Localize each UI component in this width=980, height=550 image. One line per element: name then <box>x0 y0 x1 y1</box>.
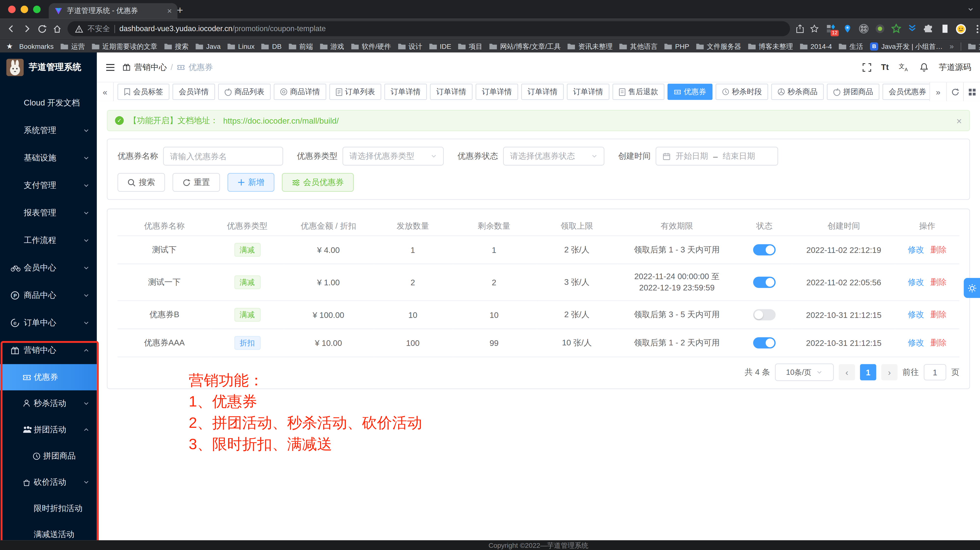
extension-icon[interactable]: 12 <box>826 23 836 34</box>
delete-link[interactable]: 删除 <box>931 245 947 254</box>
create-time-range-picker[interactable]: 开始日期 – 结束日期 <box>656 147 778 165</box>
sidebar-item-full-reduction[interactable]: 满减送活动 <box>0 521 97 540</box>
tab-order-detail[interactable]: 订单详情 <box>567 84 609 100</box>
collapse-sidebar-button[interactable] <box>105 63 115 71</box>
bookmark-folder[interactable]: 博客未整理 <box>748 41 793 51</box>
tab-order-detail[interactable]: 订单详情 <box>521 84 564 100</box>
sidebar-item-seckill[interactable]: 秒杀活动 <box>0 390 97 417</box>
edit-link[interactable]: 修改 <box>908 245 924 254</box>
sidebar-item-product-center[interactable]: P商品中心 <box>0 282 97 309</box>
sidebar-item-coupon[interactable]: 优惠券 <box>0 364 97 390</box>
sidebar-item-system[interactable]: 系统管理 <box>0 117 97 144</box>
edit-link[interactable]: 修改 <box>908 310 924 319</box>
language-icon[interactable]: 文A <box>899 63 909 72</box>
sidebar-item-time-discount[interactable]: 限时折扣活动 <box>0 495 97 521</box>
bookmark-folder[interactable]: 文件服务器 <box>696 41 741 51</box>
bookmark-folder[interactable]: 游戏 <box>320 41 344 51</box>
settings-fab[interactable] <box>964 278 980 298</box>
sidebar-item-workflow[interactable]: 工作流程 <box>0 227 97 254</box>
close-tab-icon[interactable] <box>167 6 172 16</box>
extension-icon[interactable] <box>907 23 917 34</box>
close-window-button[interactable] <box>8 6 16 13</box>
profile-avatar[interactable] <box>956 23 966 34</box>
tab-order-detail[interactable]: 订单详情 <box>385 84 427 100</box>
status-toggle-on[interactable] <box>753 337 776 349</box>
tab-seckill-time[interactable]: 秒杀时段 <box>716 84 768 100</box>
tab-order-list[interactable]: 订单列表 <box>329 84 381 100</box>
share-icon[interactable] <box>795 24 805 33</box>
tab-search-chevron-icon[interactable] <box>967 6 974 12</box>
prev-page-button[interactable] <box>839 364 855 380</box>
member-coupon-button[interactable]: 会员优惠券 <box>282 173 354 192</box>
extension-icon[interactable] <box>940 23 950 34</box>
bookmarks-overflow-chevron[interactable]: » <box>950 42 954 51</box>
bookmark-folder[interactable]: PHP <box>665 43 689 50</box>
sidebar-item-order-center[interactable]: e订单中心 <box>0 309 97 336</box>
tab-refund[interactable]: 售后退款 <box>612 84 664 100</box>
sidebar-item-groupon-product[interactable]: 拼团商品 <box>0 443 97 469</box>
browser-tab[interactable]: 芋道管理系统 - 优惠券 <box>49 3 178 19</box>
tab-seckill-product[interactable]: 秒杀商品 <box>772 84 824 100</box>
tab-order-detail[interactable]: 订单详情 <box>476 84 518 100</box>
add-button[interactable]: 新增 <box>228 173 274 192</box>
bookmark-folder[interactable]: 2014-4 <box>800 43 832 50</box>
other-bookmarks[interactable]: 其他书签 <box>968 41 980 51</box>
coupon-type-select[interactable]: 请选择优惠券类型 <box>342 147 444 165</box>
goto-page-input[interactable] <box>924 364 947 380</box>
edit-link[interactable]: 修改 <box>908 338 924 347</box>
bookmark-folder[interactable]: 前端 <box>288 41 313 51</box>
maximize-window-button[interactable] <box>33 6 41 13</box>
fullscreen-icon[interactable] <box>862 63 871 71</box>
sidebar-item-payment[interactable]: 支付管理 <box>0 172 97 199</box>
tab-order-detail[interactable]: 订单详情 <box>430 84 473 100</box>
tab-member-coupon[interactable]: 会员优惠券 <box>883 84 929 100</box>
bookmark-folder[interactable]: 软件/硬件 <box>351 41 391 51</box>
tab-product-detail[interactable]: 商品详情 <box>274 84 326 100</box>
bookmark-folder[interactable]: 资讯未整理 <box>568 41 612 51</box>
bookmark-java[interactable]: Java开发 | 小组首… <box>870 41 943 51</box>
tab-member-label[interactable]: 会员标签 <box>118 84 169 100</box>
sidebar-item-groupon[interactable]: 拼团活动 <box>0 417 97 443</box>
sidebar-item-report[interactable]: 报表管理 <box>0 199 97 227</box>
home-button[interactable] <box>52 24 62 33</box>
extension-icon[interactable] <box>875 23 885 34</box>
next-page-button[interactable] <box>881 364 897 380</box>
tab-coupon-active[interactable]: 优惠券 <box>668 84 713 100</box>
bookmark-folder[interactable]: 其他语言 <box>620 41 658 51</box>
status-toggle-off[interactable] <box>753 309 776 320</box>
tab-groupon-product[interactable]: 拼团商品 <box>827 84 879 100</box>
delete-link[interactable]: 删除 <box>931 277 947 287</box>
bookmark-folder[interactable]: 项目 <box>458 41 482 51</box>
doc-link[interactable]: https://doc.iocoder.cn/mall/build/ <box>223 116 339 125</box>
reset-button[interactable]: 重置 <box>173 173 220 192</box>
bookmark-folder[interactable]: IDE <box>429 43 451 50</box>
status-toggle-on[interactable] <box>753 244 776 255</box>
breadcrumb-item-marketing[interactable]: 营销中心 <box>134 62 167 73</box>
minimize-window-button[interactable] <box>21 6 28 13</box>
back-button[interactable] <box>6 24 16 34</box>
sidebar-item-member-center[interactable]: 会员中心 <box>0 254 97 282</box>
user-menu[interactable]: 芋道源码 <box>939 62 971 73</box>
new-tab-button[interactable] <box>173 3 188 18</box>
refresh-tab-button[interactable] <box>947 82 963 101</box>
tab-product-list[interactable]: 商品列表 <box>218 84 271 100</box>
bookmark-folder[interactable]: 近期需要读的文章 <box>92 41 158 51</box>
app-logo[interactable]: 芋道管理系统 <box>0 52 97 82</box>
coupon-name-input[interactable] <box>163 147 283 165</box>
page-number-1[interactable]: 1 <box>860 364 876 380</box>
scroll-tabs-left-button[interactable] <box>97 82 114 101</box>
notification-bell-icon[interactable] <box>920 63 929 72</box>
bookmarks-root[interactable]: Bookmarks <box>6 42 54 51</box>
bookmark-folder[interactable]: 搜索 <box>164 41 189 51</box>
font-size-button[interactable]: Tt <box>881 63 889 72</box>
extension-icon[interactable] <box>842 23 852 34</box>
delete-link[interactable]: 删除 <box>931 310 947 319</box>
scroll-tabs-right-button[interactable] <box>929 82 947 101</box>
extensions-puzzle-icon[interactable] <box>923 23 934 34</box>
bookmark-folder[interactable]: 设计 <box>398 41 422 51</box>
bookmark-folder[interactable]: Linux <box>228 43 255 50</box>
browser-menu-icon[interactable] <box>972 23 980 34</box>
sidebar-item-infrastructure[interactable]: 基础设施 <box>0 144 97 172</box>
sidebar-item-cloud-docs[interactable]: Cloud 开发文档 <box>0 89 97 117</box>
forward-button[interactable] <box>22 24 32 34</box>
